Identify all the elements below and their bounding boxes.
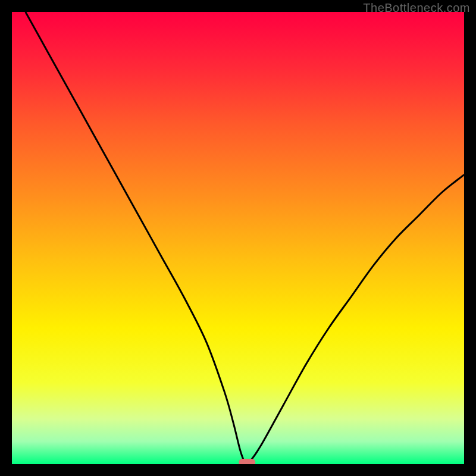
- chart-frame: TheBottleneck.com: [0, 0, 476, 476]
- plot-area: [12, 12, 464, 464]
- bottleneck-chart: [12, 12, 464, 464]
- svg-rect-0: [239, 459, 255, 464]
- optimal-marker: [239, 459, 255, 464]
